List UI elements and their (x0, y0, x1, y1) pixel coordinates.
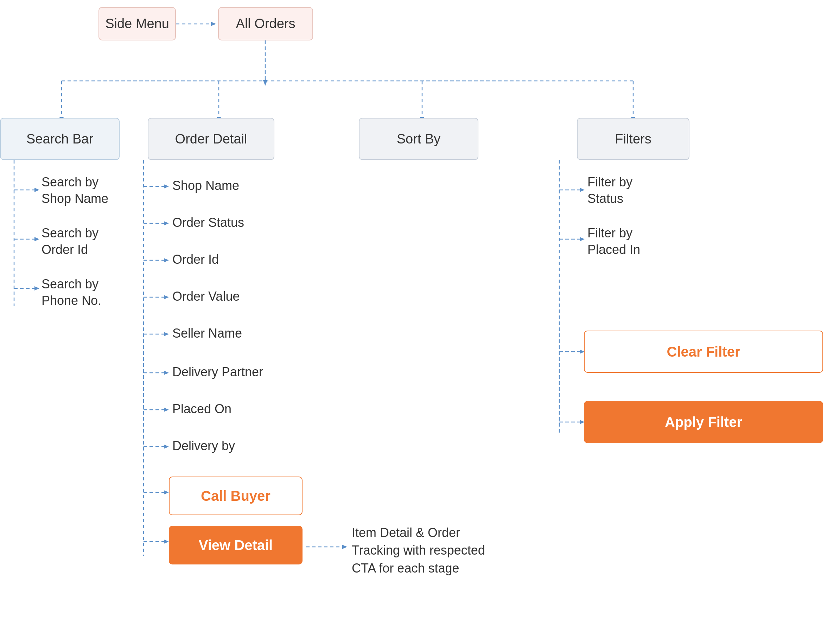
diagram-container: Side Menu All Orders Search Bar Order De… (0, 0, 840, 626)
svg-marker-29 (263, 80, 267, 86)
apply-filter-button[interactable]: Apply Filter (584, 401, 823, 443)
svg-marker-49 (580, 237, 585, 241)
all-orders-label: All Orders (236, 16, 295, 31)
svg-marker-28 (211, 22, 216, 26)
clear-filter-button[interactable]: Clear Filter (584, 330, 823, 373)
order-detail-item-1: Shop Name (172, 178, 239, 194)
order-detail-item-3: Order Id (172, 252, 219, 268)
order-detail-item-2: Order Status (172, 214, 244, 231)
svg-marker-35 (34, 237, 39, 241)
call-buyer-label: Call Buyer (201, 488, 271, 504)
svg-marker-48 (580, 188, 585, 192)
filters-label: Filters (615, 131, 651, 147)
view-detail-label: View Detail (199, 537, 273, 553)
filter-item-2: Filter by Placed In (588, 225, 640, 258)
svg-marker-41 (164, 332, 169, 336)
svg-marker-37 (164, 184, 169, 188)
filters-node: Filters (577, 118, 690, 160)
svg-marker-46 (164, 540, 169, 544)
search-bar-node: Search Bar (0, 118, 120, 160)
order-detail-item-4: Order Value (172, 288, 240, 305)
side-menu-label: Side Menu (105, 16, 169, 31)
sort-by-label: Sort By (397, 131, 441, 147)
view-detail-button[interactable]: View Detail (169, 526, 302, 565)
svg-marker-44 (164, 444, 169, 449)
order-detail-item-8: Delivery by (172, 438, 235, 454)
call-buyer-button[interactable]: Call Buyer (169, 477, 302, 515)
sort-by-node: Sort By (359, 118, 478, 160)
order-detail-item-5: Seller Name (172, 325, 242, 342)
svg-marker-42 (164, 371, 169, 375)
search-item-2: Search by Order Id (42, 225, 99, 258)
search-item-1: Search by Shop Name (42, 174, 108, 207)
search-bar-label: Search Bar (27, 131, 93, 147)
svg-marker-40 (164, 295, 169, 299)
order-detail-node: Order Detail (148, 118, 274, 160)
all-orders-node: All Orders (218, 7, 313, 41)
svg-marker-45 (164, 490, 169, 495)
svg-marker-34 (34, 188, 39, 192)
side-menu-node: Side Menu (99, 7, 176, 41)
apply-filter-label: Apply Filter (665, 414, 742, 430)
svg-marker-38 (164, 221, 169, 225)
order-detail-item-6: Delivery Partner (172, 364, 263, 380)
order-detail-label: Order Detail (175, 131, 247, 147)
svg-marker-47 (342, 545, 347, 549)
search-item-3: Search by Phone No. (42, 276, 101, 309)
view-detail-note: Item Detail & Order Tracking with respec… (352, 524, 485, 577)
svg-marker-36 (34, 286, 39, 291)
filter-item-1: Filter by Status (588, 174, 632, 207)
order-detail-item-7: Placed On (172, 401, 232, 418)
svg-marker-43 (164, 408, 169, 412)
clear-filter-label: Clear Filter (667, 344, 740, 360)
svg-marker-39 (164, 258, 169, 262)
